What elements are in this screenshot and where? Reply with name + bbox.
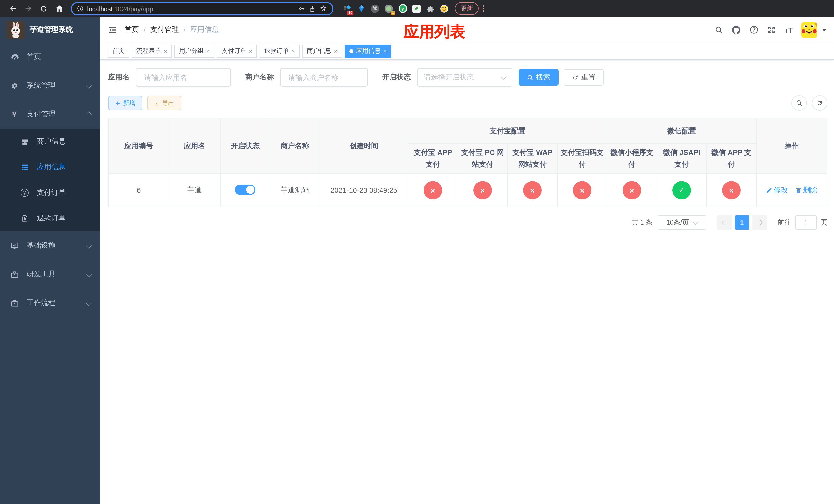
tag-merchant-info[interactable]: 商户信息× — [302, 44, 342, 58]
breadcrumb-section[interactable]: 支付管理 — [150, 25, 179, 35]
sidebar-item-infrastructure[interactable]: 基础设施 — [0, 231, 100, 260]
table-toolbar: 新增 导出 — [108, 95, 827, 111]
edit-button[interactable]: 修改 — [766, 186, 788, 195]
cell-app-id: 6 — [109, 174, 169, 207]
close-icon[interactable]: × — [163, 48, 167, 54]
profile-avatar-icon[interactable] — [440, 4, 449, 13]
close-icon[interactable]: × — [206, 48, 210, 54]
sidebar-item-system[interactable]: 系统管理 — [0, 71, 100, 100]
reset-button[interactable]: 重置 — [564, 69, 604, 86]
channel-status-icon[interactable]: × — [424, 181, 442, 200]
merchant-name-input[interactable] — [280, 68, 368, 87]
browser-menu-icon[interactable] — [483, 5, 484, 12]
github-icon[interactable] — [732, 25, 741, 35]
site-info-icon[interactable] — [77, 5, 84, 12]
sidebar-logo[interactable]: 芋道管理系统 — [0, 17, 100, 43]
breadcrumb-current: 应用信息 — [190, 25, 219, 35]
add-button[interactable]: 新增 — [108, 96, 142, 110]
table-row: 6 芋道 芋道源码 2021-10-23 08:49:25 × × × × × … — [109, 174, 827, 207]
extension-kite-icon[interactable] — [356, 4, 366, 13]
sidebar-item-dev-tools[interactable]: 研发工具 — [0, 260, 100, 289]
browser-reload-icon[interactable] — [36, 2, 51, 15]
extension-y-icon[interactable]: y — [398, 4, 407, 13]
status-toggle[interactable] — [235, 184, 256, 194]
export-button[interactable]: 导出 — [147, 96, 181, 110]
page-unit-label: 页 — [821, 218, 827, 227]
user-avatar[interactable] — [801, 22, 817, 38]
sidebar-item-workflow[interactable]: 工作流程 — [0, 289, 100, 317]
dashboard-icon — [10, 52, 19, 61]
header-search-icon[interactable] — [715, 25, 723, 34]
browser-forward-icon[interactable] — [21, 2, 36, 15]
channel-status-icon[interactable]: × — [722, 181, 741, 200]
sidebar-item-home[interactable]: 首页 — [0, 43, 100, 71]
close-icon[interactable]: × — [291, 48, 295, 54]
tag-app-info-active[interactable]: 应用信息× — [345, 44, 391, 58]
fullscreen-icon[interactable] — [767, 25, 776, 35]
extensions-puzzle-icon[interactable] — [426, 4, 435, 13]
show-search-button[interactable] — [791, 95, 807, 111]
group-alipay-config: 支付宝配置 — [408, 118, 607, 143]
cell-status — [220, 174, 270, 207]
chevron-down-icon — [86, 83, 92, 89]
tag-pay-order[interactable]: 支付订单× — [217, 44, 257, 58]
browser-home-icon[interactable] — [51, 2, 67, 15]
goto-page-input[interactable] — [795, 215, 816, 230]
search-button[interactable]: 搜索 — [519, 69, 558, 86]
sidebar-item-merchant-info[interactable]: 商户信息 — [0, 129, 100, 154]
extension-recorder-icon[interactable]: 1 — [384, 4, 393, 13]
avatar-caret-icon[interactable] — [822, 28, 826, 31]
font-size-icon[interactable]: тT — [785, 25, 793, 34]
password-key-icon[interactable] — [298, 5, 305, 12]
group-wechat-config: 微信配置 — [607, 118, 756, 143]
sidebar-item-payment[interactable]: ¥ 支付管理 — [0, 100, 100, 129]
app-title: 芋道管理系统 — [30, 25, 73, 35]
gear-icon — [10, 81, 19, 90]
channel-status-icon[interactable]: ✓ — [673, 181, 691, 200]
browser-toolbar: localhost:1024/pay/app 10 ⌘ 1 — [0, 0, 834, 17]
bookmark-star-icon[interactable] — [320, 5, 327, 12]
page-size-select[interactable]: 10条/页 — [658, 215, 706, 230]
tag-refund-order[interactable]: 退款订单× — [260, 44, 300, 58]
channel-status-icon[interactable]: × — [623, 181, 641, 200]
sidebar-toggle-icon[interactable] — [108, 25, 117, 35]
cell-alipay-pc: × — [458, 174, 507, 207]
delete-button[interactable]: 删除 — [795, 186, 817, 195]
next-page-button[interactable] — [752, 215, 767, 230]
prev-page-button[interactable] — [717, 215, 732, 230]
sidebar-item-app-info[interactable]: 应用信息 — [0, 154, 100, 180]
channel-status-icon[interactable]: × — [573, 181, 591, 200]
browser-back-icon[interactable] — [5, 2, 21, 15]
app-name-label: 应用名 — [108, 73, 130, 82]
tag-user-group[interactable]: 用户分组× — [174, 44, 214, 58]
refresh-button[interactable] — [812, 95, 827, 111]
navbar-actions: тT — [715, 22, 826, 38]
channel-status-icon[interactable]: × — [523, 181, 542, 200]
close-icon[interactable]: × — [383, 48, 387, 54]
sidebar-item-refund-orders[interactable]: 退款订单 — [0, 206, 100, 231]
help-icon[interactable] — [750, 25, 759, 35]
tag-home[interactable]: 首页 — [108, 44, 129, 58]
logo-rabbit-image — [7, 21, 25, 39]
merchant-name-label: 商户名称 — [245, 73, 274, 82]
chevron-down-icon — [693, 219, 699, 225]
close-icon[interactable]: × — [334, 48, 337, 54]
extension-green-icon[interactable] — [412, 4, 421, 13]
col-actions: 操作 — [756, 118, 827, 174]
app-name-input[interactable] — [136, 68, 231, 87]
app-container: 应用名 商户名称 开启状态 请选择开启状态 搜索 — [100, 60, 834, 504]
close-icon[interactable]: × — [249, 48, 253, 54]
url-bar[interactable]: localhost:1024/pay/app — [71, 2, 333, 15]
extension-diamond-icon[interactable]: 10 — [343, 4, 352, 13]
current-page-button[interactable]: 1 — [735, 215, 749, 230]
channel-status-icon[interactable]: × — [474, 181, 492, 200]
breadcrumb-home[interactable]: 首页 — [125, 25, 139, 35]
sidebar-item-pay-orders[interactable]: ¥ 支付订单 — [0, 180, 100, 206]
tag-process-form[interactable]: 流程表单× — [132, 44, 172, 58]
cell-wechat-mini: × — [607, 174, 657, 207]
browser-update-button[interactable]: 更新 — [455, 2, 479, 15]
status-select[interactable]: 请选择开启状态 — [417, 68, 512, 87]
share-icon[interactable] — [309, 5, 316, 12]
extension-command-icon[interactable]: ⌘ — [370, 4, 379, 13]
col-alipay-app: 支付宝 APP 支付 — [408, 143, 458, 174]
